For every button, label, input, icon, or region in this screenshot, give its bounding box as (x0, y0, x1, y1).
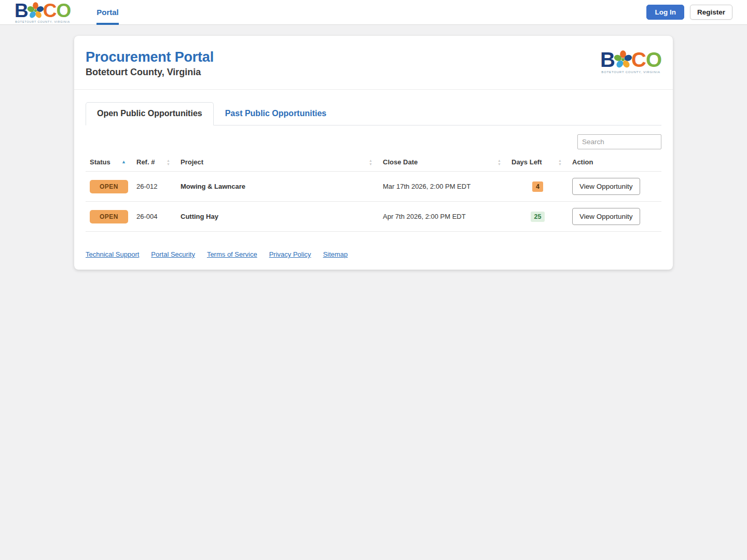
tab-open-public-opportunities[interactable]: Open Public Opportunities (86, 102, 214, 125)
nav-item-portal[interactable]: Portal (96, 0, 119, 25)
table-row: OPEN 26-012 Mowing & Lawncare Mar 17th 2… (86, 172, 661, 202)
card-header-text: Procurement Portal Botetourt County, Vir… (86, 49, 214, 78)
search-row (86, 134, 661, 149)
procurement-portal-card: Procurement Portal Botetourt County, Vir… (74, 36, 673, 270)
login-button[interactable]: Log In (646, 5, 684, 20)
logo-letter-o: O (56, 1, 71, 20)
tab-past-public-opportunities[interactable]: Past Public Opportunities (214, 102, 338, 125)
link-portal-security[interactable]: Portal Security (151, 250, 195, 258)
cell-action: View Opportunity (568, 202, 661, 232)
cell-status: OPEN (86, 202, 132, 232)
logo-letter-c: C (631, 49, 646, 70)
opportunities-tabs: Open Public Opportunities Past Public Op… (86, 102, 661, 125)
logo-letter-o: O (646, 49, 661, 70)
logo-tagline: BOTETOURT COUNTY, VIRGINIA (601, 71, 660, 74)
table-header-row: Status▲ Ref. #▲▼ Project▲▼ Close Date▲▼ … (86, 154, 661, 172)
logo-letter-b: B (600, 49, 615, 70)
flower-icon (27, 2, 44, 19)
link-privacy-policy[interactable]: Privacy Policy (269, 250, 311, 258)
cell-project: Cutting Hay (176, 202, 379, 232)
cell-status: OPEN (86, 172, 132, 202)
logo-letter-c: C (43, 1, 57, 20)
column-header-status[interactable]: Status▲ (86, 154, 132, 172)
column-header-close-date[interactable]: Close Date▲▼ (379, 154, 507, 172)
view-opportunity-button[interactable]: View Opportunity (572, 208, 640, 225)
boco-logo[interactable]: B CO BOTETOURT COUNTY, VIRGINIA (15, 1, 71, 24)
link-terms-of-service[interactable]: Terms of Service (207, 250, 257, 258)
logo-letter-b: B (15, 1, 28, 20)
boco-logo-card: B CO BOTETOURT COUNTY, VIRGINIA (600, 49, 661, 74)
flower-icon (614, 50, 632, 69)
logo-tagline: BOTETOURT COUNTY, VIRGINIA (15, 21, 70, 24)
opportunities-table: Status▲ Ref. #▲▼ Project▲▼ Close Date▲▼ … (86, 154, 661, 232)
sort-icon[interactable]: ▲▼ (558, 159, 562, 166)
link-sitemap[interactable]: Sitemap (323, 250, 348, 258)
cell-ref: 26-004 (132, 202, 176, 232)
days-left-badge: 4 (532, 181, 543, 192)
page-title: Procurement Portal (86, 49, 214, 65)
view-opportunity-button[interactable]: View Opportunity (572, 178, 640, 195)
cell-close-date: Mar 17th 2026, 2:00 PM EDT (379, 172, 507, 202)
cell-action: View Opportunity (568, 172, 661, 202)
cell-project: Mowing & Lawncare (176, 172, 379, 202)
page-subtitle: Botetourt County, Virginia (86, 67, 214, 78)
card-header: Procurement Portal Botetourt County, Vir… (86, 49, 661, 78)
days-left-badge: 25 (531, 212, 545, 222)
sort-icon[interactable]: ▲▼ (167, 159, 170, 166)
footer-links: Technical Support Portal Security Terms … (86, 250, 661, 258)
header-divider (74, 89, 673, 90)
register-button[interactable]: Register (690, 5, 732, 20)
column-header-ref[interactable]: Ref. #▲▼ (132, 154, 176, 172)
status-badge: OPEN (90, 210, 128, 223)
sort-icon[interactable]: ▲▼ (497, 159, 501, 166)
cell-close-date: Apr 7th 2026, 2:00 PM EDT (379, 202, 507, 232)
cell-days-left: 4 (507, 172, 568, 202)
top-navbar: B CO BOTETOURT COUNTY, VIRGINIA Portal L… (0, 0, 747, 25)
cell-ref: 26-012 (132, 172, 176, 202)
column-header-project[interactable]: Project▲▼ (176, 154, 379, 172)
search-input[interactable] (577, 134, 661, 149)
table-row: OPEN 26-004 Cutting Hay Apr 7th 2026, 2:… (86, 202, 661, 232)
status-badge: OPEN (90, 180, 128, 193)
column-header-days-left[interactable]: Days Left▲▼ (507, 154, 568, 172)
link-technical-support[interactable]: Technical Support (86, 250, 139, 258)
sort-icon[interactable]: ▲▼ (369, 159, 372, 166)
navbar-actions: Log In Register (646, 5, 732, 20)
cell-days-left: 25 (507, 202, 568, 232)
column-header-action: Action (568, 154, 661, 172)
sort-ascending-icon[interactable]: ▲ (121, 160, 126, 164)
